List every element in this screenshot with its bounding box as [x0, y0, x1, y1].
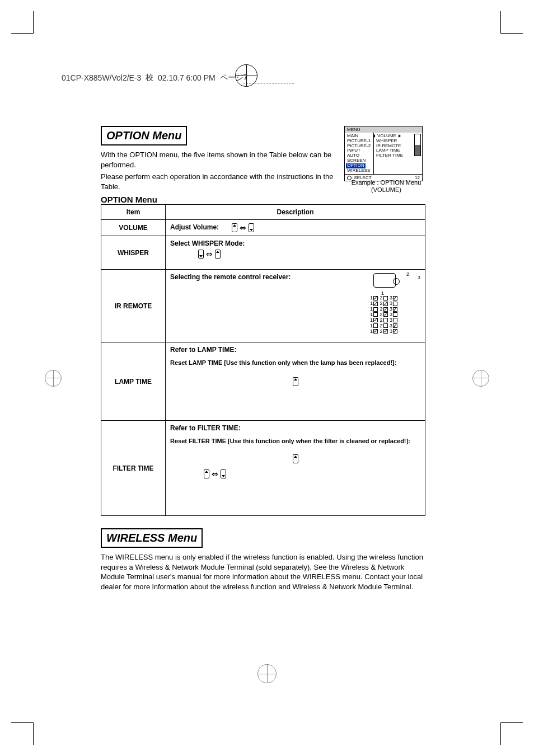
th-description: Description — [166, 205, 425, 220]
checkbox-grid: 1 2 31 2 31 2 31 2 31 2 31 2 31 2 3 — [370, 295, 420, 334]
checkbox-icon — [393, 302, 397, 306]
wireless-menu-title: WIRELESS Menu — [101, 528, 203, 548]
remote-diagram: 2 3 1 1 2 31 2 31 2 31 2 31 2 31 2 31 2 … — [370, 273, 420, 334]
desc-title: Refer to LAMP TIME: — [170, 346, 420, 354]
intro-paragraph: With the OPTION menu, the five items sho… — [101, 150, 336, 170]
checkbox-icon — [373, 329, 378, 334]
desc-subtitle: Reset LAMP TIME [Use this function only … — [170, 359, 420, 366]
desc-subtitle: Reset FILTER TIME [Use this function onl… — [170, 438, 420, 444]
table-row: WHISPER Select WHISPER Mode: ⇔ — [101, 236, 425, 270]
prepress-header: 01CP-X885W/Vol2/E-3 校 02.10.7 6:00 PM ペー… — [62, 73, 472, 83]
datetime-text: 02.10.7 6:00 PM — [158, 73, 216, 82]
desc-cell: 2 3 1 1 2 31 2 31 2 31 2 31 2 31 2 31 2 … — [166, 270, 425, 342]
desc-title: Select WHISPER Mode: — [170, 240, 420, 247]
desc-cell: Select WHISPER Mode: ⇔ — [166, 236, 425, 270]
filename-text: 01CP-X885W/Vol2/E-3 — [62, 73, 141, 82]
desc-title: Refer to FILTER TIME: — [170, 424, 420, 432]
crop-mark — [11, 722, 34, 745]
crop-mark — [500, 11, 523, 34]
checkbox-icon — [373, 307, 378, 312]
table-title: OPTION Menu — [101, 195, 425, 204]
checkbox-icon — [393, 307, 397, 312]
item-cell: LAMP TIME — [101, 342, 166, 421]
up-key-icon — [293, 454, 298, 463]
checkbox-icon — [383, 312, 388, 317]
checkbox-icon — [373, 302, 378, 306]
checkbox-icon — [393, 296, 397, 300]
page: 01CP-X885W/Vol2/E-3 校 02.10.7 6:00 PM ペー… — [0, 0, 534, 756]
wireless-paragraph: The WIRELESS menu is only enabled if the… — [101, 552, 425, 591]
checkbox-icon — [383, 323, 388, 328]
th-item: Item — [101, 205, 166, 220]
item-cell: WHISPER — [101, 236, 166, 270]
registration-mark — [257, 664, 277, 683]
option-menu-title: OPTION Menu — [101, 126, 187, 145]
checkbox-icon — [373, 318, 378, 322]
item-cell: VOLUME — [101, 220, 166, 236]
desc-cell: Refer to FILTER TIME: Reset FILTER TIME … — [166, 421, 425, 516]
checkbox-icon — [393, 318, 397, 322]
item-cell: FILTER TIME — [101, 421, 166, 516]
proof-mark: 校 — [146, 73, 153, 83]
checkbox-icon — [383, 318, 388, 322]
desc-title: Adjust Volume: — [170, 223, 219, 231]
content: OPTION Menu With the OPTION menu, the fi… — [101, 126, 425, 594]
up-down-icon: ⇔ — [198, 250, 221, 259]
crop-mark — [500, 722, 523, 745]
table-row: VOLUME Adjust Volume: ⇔ — [101, 220, 425, 236]
table-row: IR REMOTE 2 3 1 1 2 31 2 31 2 31 2 31 2 … — [101, 270, 425, 342]
checkbox-icon — [383, 302, 388, 306]
intro-paragraph: Please perform each operation in accorda… — [101, 172, 336, 191]
checkbox-icon — [383, 296, 388, 300]
table-row: LAMP TIME Refer to LAMP TIME: Reset LAMP… — [101, 342, 425, 421]
registration-mark — [45, 370, 62, 387]
checkbox-icon — [383, 307, 388, 312]
item-cell: IR REMOTE — [101, 270, 166, 342]
checkbox-icon — [393, 312, 397, 317]
checkbox-icon — [393, 323, 397, 328]
up-down-icon: ⇔ — [232, 223, 254, 232]
page-mark: ページ7 — [220, 73, 248, 83]
up-down-icon: ⇔ — [204, 469, 226, 478]
desc-cell: Adjust Volume: ⇔ — [166, 220, 425, 236]
checkbox-icon — [383, 329, 388, 334]
up-key-icon — [293, 377, 298, 386]
checkbox-icon — [373, 323, 378, 328]
desc-cell: Refer to LAMP TIME: Reset LAMP TIME [Use… — [166, 342, 425, 421]
proof-dash — [243, 83, 294, 83]
checkbox-icon — [373, 296, 378, 300]
registration-mark — [472, 370, 489, 387]
crop-mark — [11, 11, 34, 34]
checkbox-icon — [373, 312, 378, 317]
projector-icon — [373, 273, 396, 288]
option-table: Item Description VOLUME Adjust Volume: ⇔… — [101, 204, 425, 516]
table-row: FILTER TIME Refer to FILTER TIME: Reset … — [101, 421, 425, 516]
checkbox-icon — [393, 329, 397, 334]
